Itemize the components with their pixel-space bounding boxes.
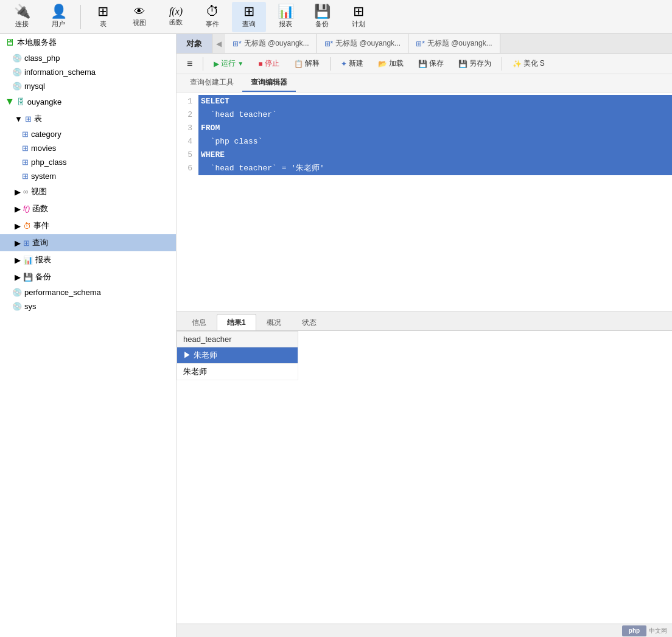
- server-expand-icon: 🖥: [5, 37, 15, 48]
- query-tab-label-1: 无标题 @ouyangk...: [244, 38, 309, 49]
- sec-divider-2: [330, 57, 331, 71]
- sub-tab-editor[interactable]: 查询编辑器: [242, 74, 296, 92]
- sidebar-group-event[interactable]: ▶ ⏱ 事件: [0, 217, 176, 234]
- toolbar-report[interactable]: 📊 报表: [268, 2, 303, 32]
- server-label: 本地服务器: [17, 37, 57, 48]
- kw-where: WHERE: [201, 150, 225, 159]
- sidebar-group-view[interactable]: ▶ ∞ 视图: [0, 183, 176, 200]
- event-icon: ⏱: [206, 5, 219, 18]
- toolbar-view[interactable]: 👁 视图: [122, 2, 156, 32]
- table-row-1[interactable]: 朱老师: [177, 347, 298, 364]
- col-head_teacher: head_teacher: [177, 332, 298, 347]
- tab-query-1[interactable]: ⊞* 无标题 @ouyangk...: [225, 34, 317, 53]
- sec-divider-3: [502, 57, 502, 71]
- sec-divider-1: [203, 57, 203, 71]
- result-table-container: head_teacher 朱老师 朱老师: [177, 331, 672, 624]
- sidebar-db-ouyangke[interactable]: ▼ 🗄 ouyangke: [0, 93, 176, 110]
- code-line-3: 3 FROM: [177, 122, 672, 135]
- tab-query-3[interactable]: ⊞* 无标题 @ouyangk...: [408, 34, 500, 53]
- tab-query-2[interactable]: ⊞* 无标题 @ouyangk...: [317, 34, 409, 53]
- sidebar-group-function[interactable]: ▶ f() 函数: [0, 200, 176, 217]
- query-group-icon: ⊞: [23, 238, 30, 248]
- toolbar-function[interactable]: f(x) 函数: [159, 2, 193, 32]
- stop-button[interactable]: ■ 停止: [253, 56, 284, 71]
- cell-1-1: 朱老师: [177, 347, 298, 364]
- run-label: 运行: [221, 58, 236, 69]
- report-group-icon: 📊: [23, 256, 33, 265]
- db-class_php-label: class_php: [24, 54, 60, 63]
- line-num-6: 6: [177, 162, 198, 175]
- table-icon-php_class: ⊞: [22, 158, 29, 167]
- code-line-2: 2 `head teacher`: [177, 108, 672, 122]
- view-group-arrow: ▶: [15, 187, 21, 197]
- sidebar-db-mysql[interactable]: 💿 mysql: [0, 79, 176, 93]
- sidebar-table-movies[interactable]: ⊞ movies: [0, 141, 176, 155]
- save-button[interactable]: 💾 保存: [413, 56, 449, 71]
- sidebar-db-information_schema[interactable]: 💿 information_schema: [0, 65, 176, 79]
- query-icon: ⊞: [243, 5, 254, 18]
- sub-tab-builder[interactable]: 查询创建工具: [181, 74, 242, 92]
- query-group-arrow: ▶: [15, 238, 21, 248]
- save-as-button[interactable]: 💾 另存为: [453, 56, 497, 71]
- view-group-label: 视图: [31, 186, 47, 197]
- view-label: 视图: [133, 18, 146, 27]
- toolbar-backup[interactable]: 💾 备份: [305, 2, 339, 32]
- toolbar-table[interactable]: ⊞ 表: [86, 2, 120, 32]
- new-label: 新建: [349, 58, 363, 69]
- php-badge: php: [622, 625, 646, 636]
- new-button[interactable]: ✦ 新建: [335, 56, 369, 71]
- event-group-label: 事件: [33, 220, 49, 231]
- sidebar-table-category[interactable]: ⊞ category: [0, 127, 176, 141]
- toolbar-user[interactable]: 👤 用户: [41, 2, 75, 32]
- kw-select: SELECT: [201, 97, 229, 106]
- toolbar-plan[interactable]: ⊞ 计划: [341, 2, 376, 32]
- tab-object[interactable]: 对象: [177, 34, 212, 53]
- table-row-2[interactable]: 朱老师: [177, 364, 298, 380]
- run-button[interactable]: ▶ 运行 ▼: [208, 56, 249, 71]
- table-icon-category: ⊞: [22, 130, 29, 139]
- sidebar-group-query[interactable]: ▶ ⊞ 查询: [0, 234, 176, 251]
- toolbar-connect[interactable]: 🔌 连接: [5, 2, 39, 32]
- db-disk-icon-4: 💿: [12, 288, 22, 297]
- line-content-3: FROM: [198, 122, 672, 135]
- func-group-arrow: ▶: [15, 204, 21, 214]
- table-group-icon: ⊞: [25, 114, 32, 124]
- code-editor[interactable]: 1 SELECT 2 `head teacher` 3 FROM 4 `php …: [177, 92, 672, 312]
- connect-icon: 🔌: [14, 5, 30, 18]
- sidebar-group-table[interactable]: ▼ ⊞ 表: [0, 110, 176, 127]
- right-panel: 对象 ◀ ⊞* 无标题 @ouyangk... ⊞* 无标题 @ouyangk.…: [177, 34, 672, 637]
- toolbar-divider-1: [80, 5, 81, 29]
- toolbar-event[interactable]: ⏱ 事件: [195, 2, 229, 32]
- sidebar-group-backup[interactable]: ▶ 💾 备份: [0, 268, 176, 285]
- db-information_schema-label: information_schema: [24, 68, 96, 77]
- explain-button[interactable]: 📋 解释: [289, 56, 325, 71]
- result-tab-result1[interactable]: 结果1: [217, 314, 256, 330]
- sidebar-db-sys[interactable]: 💿 sys: [0, 299, 176, 313]
- beautify-button[interactable]: ✨ 美化 S: [507, 56, 550, 71]
- sidebar-db-class_php[interactable]: 💿 class_php: [0, 51, 176, 65]
- event-group-arrow: ▶: [15, 221, 21, 231]
- sidebar-group-report[interactable]: ▶ 📊 报表: [0, 251, 176, 268]
- result-tab-overview[interactable]: 概况: [256, 314, 292, 330]
- sub-tab-editor-label: 查询编辑器: [251, 77, 287, 88]
- secondary-toolbar: ≡ ▶ 运行 ▼ ■ 停止 📋 解释 ✦ 新建 📂: [177, 54, 672, 74]
- result-tab-info[interactable]: 信息: [181, 314, 217, 330]
- load-button[interactable]: 📂 加载: [373, 56, 409, 71]
- result-tab-result1-label: 结果1: [227, 318, 246, 328]
- backup-group-arrow: ▶: [15, 273, 21, 282]
- sidebar-db-performance_schema[interactable]: 💿 performance_schema: [0, 285, 176, 299]
- sidebar-table-system[interactable]: ⊞ system: [0, 169, 176, 183]
- result-tab-status[interactable]: 状态: [292, 314, 327, 330]
- backtick-headteacher2: `head teacher`: [211, 164, 277, 173]
- result-tab-info-label: 信息: [192, 318, 206, 328]
- stop-label: 停止: [265, 58, 279, 69]
- cnzz-label: 中文网: [649, 627, 667, 635]
- hamburger-btn[interactable]: ≡: [181, 56, 198, 72]
- sidebar-table-php_class[interactable]: ⊞ php_class: [0, 155, 176, 169]
- query-group-label: 查询: [32, 237, 48, 248]
- db-mysql-label: mysql: [24, 82, 45, 91]
- save-icon: 💾: [418, 60, 427, 68]
- sidebar-server[interactable]: 🖥 本地服务器: [0, 34, 176, 51]
- toolbar-query[interactable]: ⊞ 查询: [232, 2, 266, 32]
- stop-icon: ■: [258, 60, 262, 68]
